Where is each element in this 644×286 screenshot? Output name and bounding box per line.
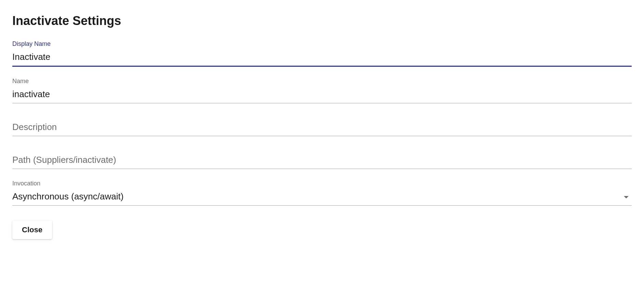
- button-row: Close: [12, 221, 632, 239]
- page-title: Inactivate Settings: [12, 14, 632, 28]
- description-input[interactable]: [12, 120, 632, 136]
- invocation-select[interactable]: Asynchronous (async/await): [12, 189, 632, 206]
- close-button[interactable]: Close: [12, 221, 52, 239]
- name-input[interactable]: [12, 87, 632, 103]
- display-name-label: Display Name: [12, 40, 632, 48]
- display-name-field: Display Name: [12, 40, 632, 67]
- display-name-input[interactable]: [12, 50, 632, 67]
- path-input[interactable]: [12, 153, 632, 169]
- invocation-field: Invocation Asynchronous (async/await): [12, 180, 632, 206]
- path-field: [12, 153, 632, 169]
- name-label: Name: [12, 78, 632, 85]
- name-field: Name: [12, 78, 632, 103]
- invocation-label: Invocation: [12, 180, 632, 187]
- description-field: [12, 120, 632, 136]
